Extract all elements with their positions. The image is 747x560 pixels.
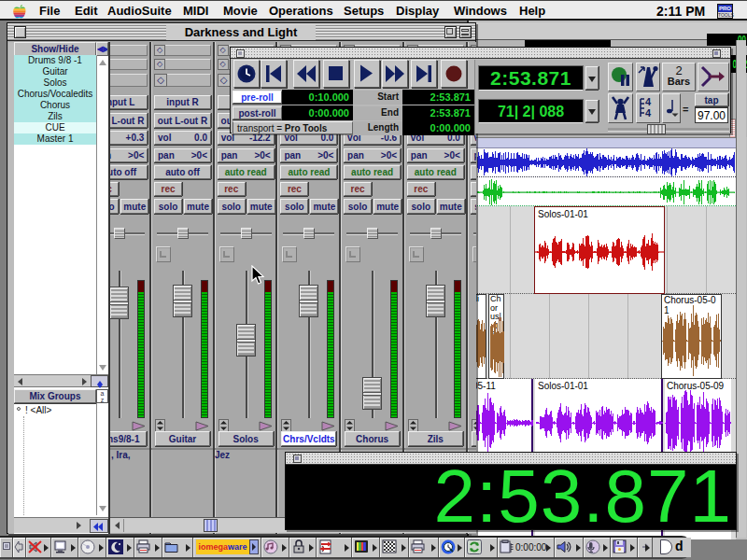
svg-text:4: 4 <box>645 96 652 107</box>
svg-text:4: 4 <box>645 107 652 119</box>
